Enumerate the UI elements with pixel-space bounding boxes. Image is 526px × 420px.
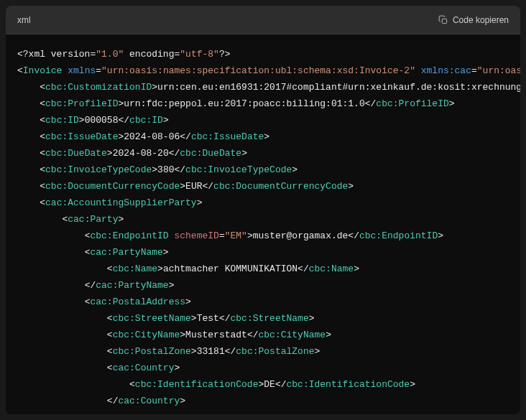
code-content[interactable]: <?xml version="1.0" encoding="utf-8"?> <… [6,34,520,414]
copy-icon [438,15,448,25]
code-header: xml Code kopieren [6,6,520,34]
copy-button-label: Code kopieren [453,15,509,25]
svg-rect-0 [442,19,446,23]
copy-button[interactable]: Code kopieren [438,15,509,25]
code-block: xml Code kopieren <?xml version="1.0" en… [6,6,520,414]
language-label: xml [17,15,31,25]
